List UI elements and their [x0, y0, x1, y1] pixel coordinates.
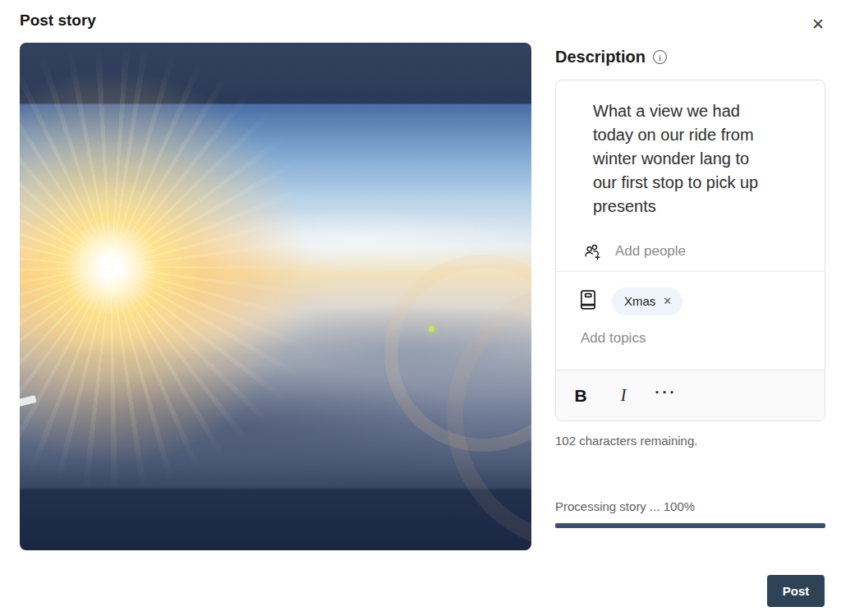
page-title: Post story [20, 11, 96, 30]
dismiss-icon[interactable]: ✕ [663, 296, 672, 306]
sun-flare [20, 43, 341, 497]
close-icon[interactable]: ✕ [808, 13, 828, 35]
processing-status-text: Processing story ... 100% [555, 499, 695, 513]
lens-flare-dot [429, 326, 434, 332]
characters-remaining-text: 102 characters remaining. [555, 434, 697, 448]
topics-section: Xmas ✕ Add topics [556, 272, 825, 370]
description-textarea[interactable]: What a view we had today on our ride fro… [556, 80, 825, 232]
book-icon [577, 288, 599, 311]
topic-tag-xmas[interactable]: Xmas ✕ [612, 287, 682, 315]
italic-button[interactable]: I [609, 381, 638, 411]
story-photo-preview [20, 43, 531, 550]
bold-button[interactable]: B [566, 381, 595, 411]
post-button[interactable]: Post [767, 575, 825, 607]
description-header: Description i [555, 48, 667, 67]
info-icon[interactable]: i [653, 50, 667, 64]
formatting-toolbar: B I ··· [556, 370, 825, 421]
progress-bar [555, 523, 825, 528]
add-people-label: Add people [615, 243, 686, 260]
people-add-icon [582, 242, 601, 261]
description-label: Description [555, 48, 646, 67]
more-options-button[interactable]: ··· [651, 381, 681, 411]
add-people-button[interactable]: Add people [556, 232, 825, 272]
description-text: What a view we had today on our ride fro… [593, 99, 772, 218]
progress-bar-fill [555, 523, 825, 528]
topic-tag-label: Xmas [624, 294, 655, 308]
description-panel: What a view we had today on our ride fro… [555, 80, 825, 421]
add-topics-input[interactable]: Add topics [581, 330, 646, 347]
